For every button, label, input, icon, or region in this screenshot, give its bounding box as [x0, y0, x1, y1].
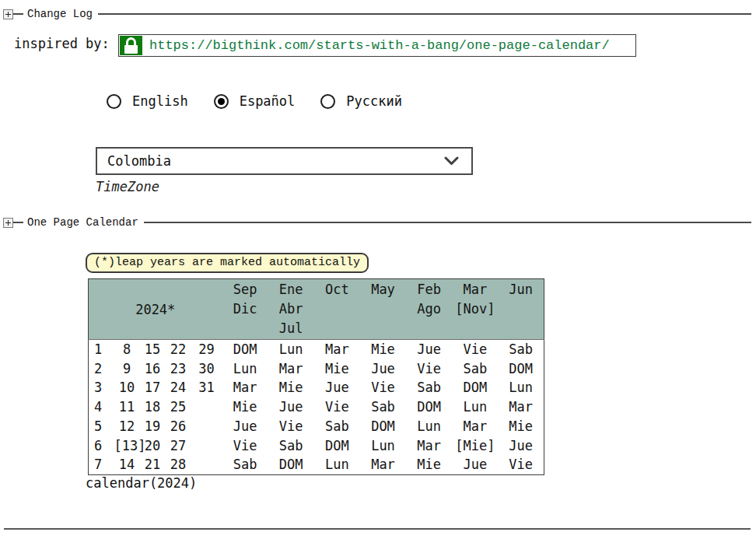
- calendar-weekday-cell: Mie: [222, 397, 268, 417]
- calendar-month-col: Jun: [498, 279, 544, 340]
- divider-line: [98, 13, 751, 15]
- calendar-weekday-cell: Sab: [314, 417, 360, 436]
- calendar-weekday-cell: Lun: [222, 359, 268, 379]
- calendar-weekday-cell: DOM: [360, 417, 406, 436]
- month-label: May: [361, 280, 405, 299]
- language-radio-español[interactable]: Español: [214, 93, 296, 109]
- month-label: Jun: [499, 280, 543, 299]
- calendar-weekday-cell: Sab: [268, 436, 314, 456]
- calendar-date-cell: 18: [140, 397, 166, 417]
- calendar-weekday-cell: Mar: [268, 359, 314, 379]
- calendar-date-cell: [191, 436, 222, 456]
- calendar-date-cell: 8: [114, 340, 140, 359]
- lock-shackle: [126, 37, 136, 45]
- calendar-weekday-cell: Mie: [360, 340, 406, 359]
- calendar-weekday-cell: DOM: [314, 436, 360, 456]
- calendar-weekday-cell: Lun: [360, 436, 406, 456]
- calendar-weekday-cell: Vie: [498, 455, 544, 474]
- calendar-date-cell: 22: [166, 340, 191, 359]
- calendar-row: 29162330LunMarMieJueVieSabDOM: [89, 359, 544, 379]
- expand-plus-icon[interactable]: [3, 218, 13, 228]
- lock-icon: [120, 36, 142, 55]
- calendar-table: 2024* SepDicEneAbrJulOctMayFebAgoMar[Nov…: [88, 278, 544, 475]
- calendar-date-cell: 6: [89, 436, 114, 456]
- radio-circle[interactable]: [320, 94, 335, 109]
- calendar-weekday-cell: DOM: [268, 455, 314, 474]
- month-label: Ene: [269, 280, 313, 299]
- radio-label: Русский: [346, 93, 402, 109]
- calendar-date-cell: 7: [89, 455, 114, 474]
- calendar-header: 2024* SepDicEneAbrJulOctMayFebAgoMar[Nov…: [89, 279, 544, 340]
- calendar-weekday-cell: Sab: [360, 397, 406, 417]
- app-window: { "sections": { "change_log": { "title":…: [0, 0, 756, 539]
- calendar-date-cell: 21: [140, 455, 166, 474]
- calendar-weekday-cell: DOM: [452, 378, 498, 397]
- lock-body: [124, 45, 138, 54]
- calendar-weekday-cell: Vie: [268, 417, 314, 436]
- radio-circle[interactable]: [107, 94, 121, 109]
- calendar-weekday-cell: Mar: [498, 397, 544, 417]
- calendar-month-col: Oct: [314, 279, 360, 340]
- calendar-date-cell: 17: [140, 378, 166, 397]
- calendar-caption: calendar(2024): [86, 475, 197, 491]
- chevron-down-icon: [444, 156, 459, 166]
- calendar-row: 5121926JueVieSabDOMLunMarMie: [89, 417, 544, 436]
- calendar-weekday-cell: Vie: [222, 436, 268, 456]
- month-label: [Nov]: [453, 299, 497, 319]
- calendar-date-cell: 14: [114, 455, 140, 474]
- calendar-weekday-cell: Jue: [222, 417, 268, 436]
- calendar-weekday-cell: Sab: [222, 455, 268, 474]
- expand-plus-icon[interactable]: [3, 9, 13, 19]
- calendar-weekday-cell: Jue: [314, 378, 360, 397]
- calendar-date-cell: 19: [140, 417, 166, 436]
- calendar-date-cell: [191, 397, 222, 417]
- calendar-row: 18152229DOMLunMarMieJueVieSab: [89, 340, 544, 359]
- calendar-date-cell: 25: [166, 397, 191, 417]
- calendar-weekday-cell: Mie: [268, 378, 314, 397]
- radio-label: English: [132, 93, 188, 109]
- language-radio-group: EnglishEspañolРусский: [107, 93, 402, 109]
- calendar-weekday-cell: Lun: [498, 378, 544, 397]
- calendar-date-cell: 24: [166, 378, 191, 397]
- radio-circle-selected[interactable]: [214, 94, 229, 109]
- calendar-date-cell: 12: [114, 417, 140, 436]
- timezone-selected-value: Colombia: [107, 153, 171, 169]
- calendar-row: 7142128SabDOMLunMarMieJueVie: [89, 455, 544, 474]
- calendar-date-cell: [191, 455, 222, 474]
- calendar-date-cell: 3: [89, 378, 114, 397]
- month-label: Sep: [223, 280, 268, 299]
- calendar-weekday-cell: Sab: [452, 359, 498, 379]
- language-radio-русский[interactable]: Русский: [320, 93, 402, 109]
- calendar-weekday-cell: Mie: [314, 359, 360, 379]
- inspired-by-label: inspired by:: [14, 36, 110, 51]
- language-radio-english[interactable]: English: [107, 93, 188, 109]
- timezone-select[interactable]: Colombia: [96, 147, 473, 175]
- calendar-weekday-cell: Vie: [452, 340, 498, 359]
- calendar-row: 6[13]2027VieSabDOMLunMar[Mie]Jue: [89, 436, 544, 456]
- month-label: Feb: [407, 280, 451, 299]
- calendar-weekday-cell: Lun: [268, 340, 314, 359]
- calendar-weekday-cell: DOM: [498, 359, 544, 379]
- month-label: Ago: [407, 299, 451, 319]
- calendar-date-cell: 16: [140, 359, 166, 379]
- calendar-date-cell: 30: [191, 359, 222, 379]
- calendar-month-col: EneAbrJul: [268, 279, 314, 340]
- divider-segment: [13, 13, 23, 15]
- calendar-date-cell: 26: [166, 417, 191, 436]
- calendar-month-col: Mar[Nov]: [452, 279, 498, 340]
- section-header-change-log: Change Log: [3, 8, 751, 20]
- calendar-weekday-cell: Mie: [406, 455, 452, 474]
- calendar-weekday-cell: Jue: [498, 436, 544, 456]
- calendar-month-col: SepDic: [222, 279, 268, 340]
- calendar-month-col: FebAgo: [406, 279, 452, 340]
- timezone-label: TimeZone: [96, 179, 159, 194]
- calendar-year-label: 2024*: [89, 279, 222, 340]
- calendar-weekday-cell: Sab: [498, 340, 544, 359]
- calendar-weekday-cell: DOM: [406, 397, 452, 417]
- calendar-weekday-cell: Mar: [360, 455, 406, 474]
- calendar-row: 4111825MieJueVieSabDOMLunMar: [89, 397, 544, 417]
- url-field[interactable]: https://bigthink.com/starts-with-a-bang/…: [118, 34, 636, 57]
- calendar-date-cell: 23: [166, 359, 191, 379]
- calendar-date-cell: 27: [166, 436, 191, 456]
- url-text[interactable]: https://bigthink.com/starts-with-a-bang/…: [149, 38, 610, 53]
